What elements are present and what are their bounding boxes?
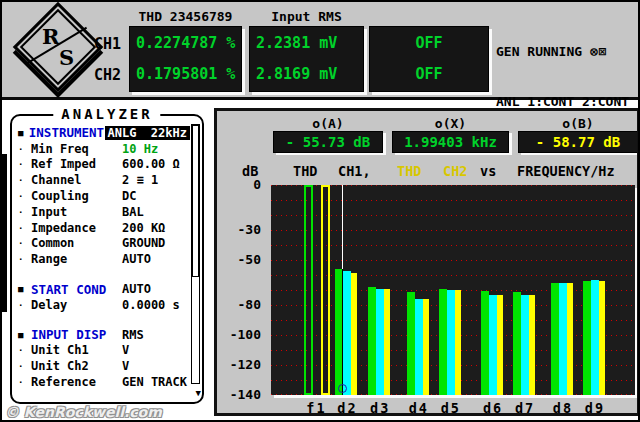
row-bullet-icon: ·: [18, 175, 31, 185]
legend-text: THD: [293, 163, 317, 179]
panel-row[interactable]: ·Ref Imped600.00 Ω: [18, 157, 190, 173]
row-bullet-icon: ·: [18, 159, 31, 169]
cursor-line-lower: [342, 269, 343, 395]
panel-row[interactable]: ·Unit Ch1V: [18, 343, 190, 359]
row-bullet-icon: ·: [18, 377, 31, 387]
screen-edge-artifact: [2, 154, 7, 312]
row-value: V: [122, 343, 129, 357]
y-tick-label: -140: [217, 387, 261, 402]
legend-text: CH1,: [338, 163, 371, 179]
row-value: DC: [122, 189, 136, 203]
aux-ch1-value: OFF: [376, 28, 482, 59]
generator-status-line: GEN RUNNING ⊗⊠: [496, 44, 638, 61]
row-value: 200 KΩ: [122, 221, 165, 235]
panel-row[interactable]: ·ReferenceGEN TRACK: [18, 374, 190, 390]
panel-row[interactable]: ·CouplingDC: [18, 188, 190, 204]
row-value: AUTO: [122, 282, 151, 296]
y-tick-label: -30: [217, 222, 261, 237]
x-tick-label: d5: [441, 400, 461, 416]
row-label: Range: [31, 252, 122, 266]
y-tick-label: -80: [217, 297, 261, 312]
thd-readout-group: THD 23456789 0.2274787 % 0.1795801 %: [129, 9, 242, 92]
channel-labels: CH1 CH2: [94, 29, 121, 91]
row-label: Delay: [31, 298, 122, 312]
row-label: INPUT DISP: [31, 327, 122, 342]
bar-d6: [489, 295, 497, 396]
y-tick-label: -100: [217, 327, 261, 342]
input-rms-ch2-value: 2.8169 mV: [256, 59, 357, 90]
row-value: ANLG 22kHz: [105, 126, 190, 140]
chart-legend: dBTHDCH1,THDCH2vsFREQUENCY/Hz: [217, 163, 637, 179]
bar-d3: [376, 289, 384, 396]
panel-row[interactable]: ·Min Freq10 Hz: [18, 141, 190, 157]
aux-ch2-value: OFF: [376, 59, 482, 90]
row-bullet-icon: ·: [18, 300, 31, 310]
logo-letter-s: S: [59, 45, 74, 70]
keyboard-lock-icon: ⊠: [599, 44, 608, 59]
scrollbar-down-arrow-icon[interactable]: ▼: [196, 389, 201, 398]
panel-row[interactable]: ■INSTRUMENTANLG 22kHz: [18, 125, 190, 141]
cursor-b-readout: o(B) - 58.77 dB: [518, 116, 638, 153]
cursor-marker-icon: [338, 384, 347, 393]
input-rms-ch1-value: 2.2381 mV: [256, 28, 357, 59]
row-bullet-icon: ■: [18, 128, 29, 138]
bar-d4: [407, 292, 415, 396]
bar-d5: [455, 290, 461, 395]
ch1-label: CH1: [94, 29, 121, 60]
panel-row[interactable]: ·InputBAL: [18, 204, 190, 220]
x-tick-label: d3: [370, 400, 390, 416]
cursor-line[interactable]: [342, 185, 343, 269]
row-value: 2 ≡ 1: [122, 173, 158, 187]
bar-d6: [481, 291, 489, 395]
bar-d9: [591, 280, 599, 395]
bar-d8: [551, 283, 559, 395]
panel-row[interactable]: ·Channel2 ≡ 1: [18, 172, 190, 188]
row-bullet-icon: ■: [18, 284, 31, 294]
bar-d5: [447, 290, 455, 395]
panel-row[interactable]: ·Impedance200 KΩ: [18, 220, 190, 236]
bar-d7: [529, 295, 535, 395]
panel-row[interactable]: ·Delay0.0000 s: [18, 297, 190, 313]
panel-row[interactable]: ·RangeAUTO: [18, 251, 190, 267]
legend-text: vs: [480, 163, 496, 179]
thd-function-label: THD 23456789: [129, 9, 242, 25]
row-value: AUTO: [122, 252, 151, 266]
generator-status-text: GEN RUNNING: [496, 44, 582, 59]
y-tick-label: 0: [217, 177, 261, 192]
x-axis-ticks: f1d2d3d4d5d6d7d8d9: [271, 400, 635, 416]
row-bullet-icon: ·: [18, 144, 31, 154]
thd-ch2-value: 0.1795801 %: [136, 59, 235, 90]
panel-row[interactable]: ■INPUT DISPRMS: [18, 327, 190, 343]
row-value: RMS: [122, 328, 144, 342]
legend-text: FREQUENCY/Hz: [517, 163, 615, 179]
x-tick-label: f1: [306, 400, 326, 416]
row-label: Ref Imped: [31, 157, 122, 171]
bar-d8: [559, 283, 567, 396]
row-label: Unit Ch1: [31, 343, 122, 357]
bar-d7: [521, 295, 529, 396]
row-label: Input: [31, 205, 122, 219]
bar-d7: [513, 292, 521, 396]
bar-d3: [384, 289, 390, 395]
y-tick-label: -120: [217, 357, 261, 372]
bar-d2: [351, 273, 357, 395]
row-label: Min Freq: [31, 142, 122, 156]
scrollbar-thumb[interactable]: [192, 125, 199, 277]
row-bullet-icon: ·: [18, 191, 31, 201]
bar-d9: [583, 281, 591, 395]
panel-row[interactable]: ·CommonGROUND: [18, 236, 190, 252]
plot-area: [271, 185, 635, 395]
mute-icon: ⊗: [590, 44, 599, 59]
row-label: Channel: [31, 173, 122, 187]
logo-letter-r: R: [42, 24, 59, 49]
bar-d4: [423, 299, 429, 395]
row-value: GEN TRACK: [122, 375, 187, 389]
panel-rows: ■INSTRUMENTANLG 22kHz·Min Freq10 Hz·Ref …: [18, 125, 190, 390]
panel-row[interactable]: ·Unit Ch2V: [18, 358, 190, 374]
x-tick-label: d8: [553, 400, 573, 416]
row-label: Common: [31, 236, 122, 250]
cursor-x-readout: o(X) 1.99403 kHz: [392, 116, 509, 153]
cursor-a-value: - 55.73 dB: [273, 131, 383, 153]
panel-scrollbar[interactable]: [191, 124, 200, 384]
panel-row[interactable]: ■START CONDAUTO: [18, 281, 190, 297]
